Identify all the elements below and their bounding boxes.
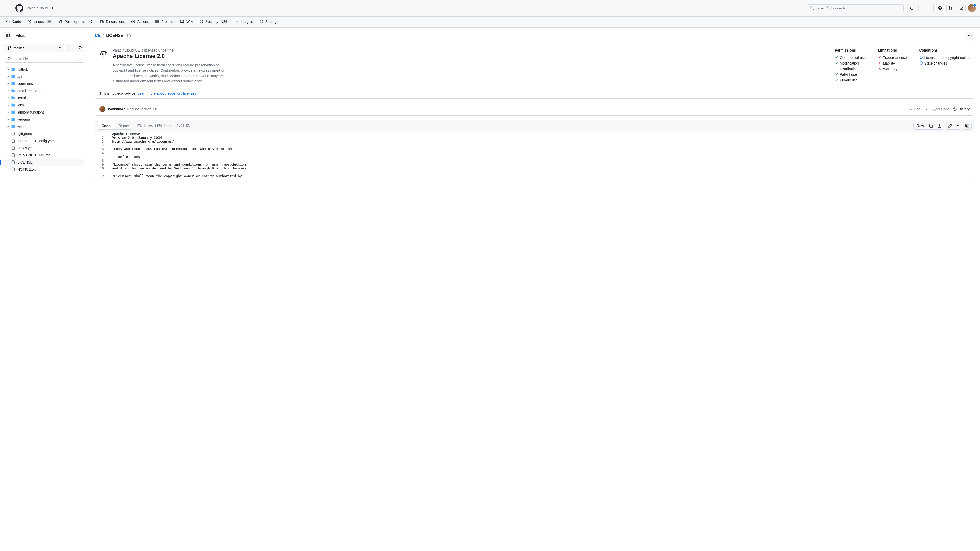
header-separator [918,6,919,11]
history-link[interactable]: History [953,107,969,111]
plus-icon [68,46,72,50]
github-logo[interactable] [15,4,24,12]
line-number[interactable]: 9 [95,162,108,166]
raw-button[interactable]: Raw [913,122,927,130]
pull-request-icon [59,20,62,24]
pull-requests-button[interactable] [946,4,955,12]
license-learn-more-link[interactable]: Learn more about repository licenses [137,91,196,95]
file-filter[interactable]: t [4,55,84,63]
nav-security[interactable]: Security 176 [197,17,231,27]
license-rule: Modification [835,60,865,66]
commit-when[interactable]: 5 years ago [931,107,949,111]
graph-icon [234,20,239,24]
code-line: 71. Definitions. [95,155,974,159]
notifications-button[interactable] [957,4,966,12]
path-repo-link[interactable]: CE [95,33,100,38]
kebab-icon [968,34,972,38]
chevron-right-icon [6,110,9,114]
license-rule-label: License and copyright notice [924,56,969,60]
permissions-heading: Permissions [835,48,865,52]
nav-wiki[interactable]: Wiki [178,17,195,27]
download-button[interactable] [935,122,944,130]
branch-icon [7,46,11,50]
line-number[interactable]: 4 [95,143,108,147]
command-palette-button[interactable] [907,4,915,12]
symbols-button[interactable] [963,122,972,130]
line-text: "License" shall mean the terms and condi… [108,162,248,166]
file-icon [11,167,15,171]
tree-item-api[interactable]: api [4,73,84,80]
code-line: 10and distribution as defined by Section… [95,166,974,170]
commit-sha[interactable]: 5789ca0 [909,107,923,111]
svg-point-0 [811,6,813,9]
issues-button[interactable] [935,4,944,12]
nav-insights[interactable]: Insights [232,17,255,27]
blame-tab[interactable]: Blame [115,122,133,129]
commit-message[interactable]: PacBot version 1.0 [127,107,157,111]
tree-item-label: jobs [18,103,24,107]
copy-path-button[interactable] [125,32,132,39]
line-number[interactable]: 8 [95,159,108,162]
user-avatar[interactable] [968,4,976,12]
conditions-heading: Conditions [919,48,969,52]
tree-item-emailtemplates[interactable]: emailTemplates [4,87,84,94]
tree-item-label: LICENSE [18,160,33,164]
line-number[interactable]: 12 [95,174,108,178]
tree-item--github[interactable]: .github [4,66,84,73]
edit-button[interactable] [946,122,955,130]
tree-item-notice-txt[interactable]: NOTICE.txt [4,166,84,173]
file-box: Code Blame 176 lines (150 loc) · 8.94 KB… [95,120,974,178]
code-tab[interactable]: Code [97,122,115,129]
tree-item--gitignore[interactable]: .gitignore [4,130,84,137]
file-filter-input[interactable] [14,57,75,61]
create-new-button[interactable] [922,4,934,12]
branch-select[interactable]: master [4,44,64,52]
tree-item-license[interactable]: LICENSE [4,159,84,166]
tree-item--pre-commit-config-yaml[interactable]: .pre-commit-config.yaml [4,137,84,144]
collapse-sidebar-button[interactable] [4,32,12,40]
nav-pulls[interactable]: Pull requests 46 [56,17,96,27]
search-files-button[interactable] [76,44,84,52]
hamburger-menu[interactable] [4,4,12,12]
line-number[interactable]: 6 [95,151,108,155]
license-rule-label: Commercial use [840,56,865,60]
license-rule-label: Patent use [840,73,857,76]
line-number[interactable]: 3 [95,140,108,143]
line-number[interactable]: 11 [95,170,108,174]
nav-discussions[interactable]: Discussions [98,17,127,27]
code-line: 1Apache License [95,132,974,136]
tree-item-installer[interactable]: installer [4,94,84,102]
nav-code[interactable]: Code [4,17,23,27]
commit-author[interactable]: kaykumar [108,107,124,111]
line-number[interactable]: 1 [95,132,108,136]
nav-actions[interactable]: Actions [129,17,151,27]
breadcrumb-owner[interactable]: PaladinCloud [27,6,48,10]
commit-author-avatar[interactable] [99,106,105,112]
line-number[interactable]: 10 [95,166,108,170]
tree-item-commons[interactable]: commons [4,80,84,87]
tree-item-webapp[interactable]: webapp [4,116,84,123]
copy-raw-button[interactable] [927,122,935,130]
nav-projects[interactable]: Projects [153,17,177,27]
tree-item-contributing-md[interactable]: CONTRIBUTING.md [4,151,84,159]
permissions-col: Permissions Commercial useModificationDi… [835,48,865,84]
line-number[interactable]: 7 [95,155,108,159]
search-icon [810,6,814,10]
tree-item-lambda-functions[interactable]: lambda-functions [4,109,84,116]
line-number[interactable]: 5 [95,147,108,151]
tree-item-jobs[interactable]: jobs [4,102,84,109]
more-options-button[interactable] [966,32,974,40]
line-number[interactable]: 2 [95,136,108,140]
nav-issues[interactable]: Issues 30 [25,17,54,27]
nav-settings[interactable]: Settings [257,17,280,27]
code-line: 12"Licensor" shall mean the copyright ow… [95,174,974,178]
edit-dropdown-button[interactable] [955,122,961,130]
add-file-button[interactable] [66,44,74,52]
search-input[interactable]: Type / to search [807,4,904,12]
breadcrumb-repo[interactable]: CE [52,6,57,10]
search-icon [78,46,83,50]
check-icon [835,78,838,82]
tree-item--travis-yml[interactable]: .travis.yml [4,144,84,151]
tree-item-wiki[interactable]: wiki [4,123,84,130]
folder-icon [11,89,15,93]
